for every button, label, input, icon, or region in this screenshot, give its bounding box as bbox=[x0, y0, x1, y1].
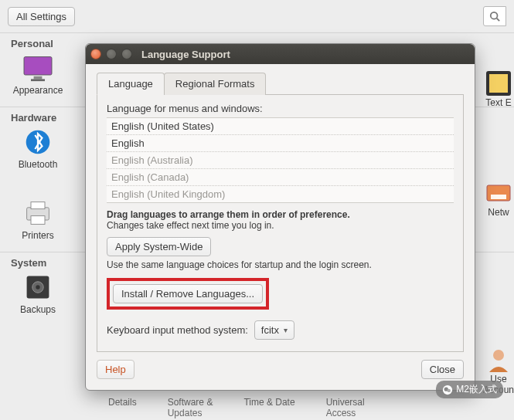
select-value: fcitx bbox=[261, 324, 279, 336]
search-input[interactable] bbox=[483, 6, 506, 26]
language-list-label: Language for menus and windows: bbox=[107, 103, 454, 114]
chevron-down-icon: ▾ bbox=[284, 326, 288, 334]
language-support-dialog: Language Support Language Regional Forma… bbox=[85, 43, 475, 391]
svg-rect-12 bbox=[31, 216, 45, 225]
bluetooth-icon bbox=[21, 128, 55, 156]
monitor-icon bbox=[21, 54, 55, 82]
svg-point-15 bbox=[36, 285, 39, 289]
list-item[interactable]: English (Canada) bbox=[107, 169, 454, 186]
list-item[interactable]: English (Australia) bbox=[107, 152, 454, 169]
close-button[interactable]: Close bbox=[421, 360, 464, 379]
list-item[interactable]: English (United States) bbox=[107, 118, 454, 135]
truncated-labels: Details Software &Updates Time & Date Un… bbox=[108, 397, 365, 418]
language-list[interactable]: English (United States) English English … bbox=[107, 117, 454, 203]
all-settings-button[interactable]: All Settings bbox=[8, 7, 75, 26]
minimize-icon[interactable] bbox=[106, 49, 117, 59]
install-highlight-box: Install / Remove Languages... bbox=[107, 278, 269, 310]
keyboard-method-label: Keyboard input method system: bbox=[107, 324, 248, 336]
watermark-badge: M2嵌入式 bbox=[436, 381, 503, 398]
svg-rect-3 bbox=[34, 76, 43, 80]
app-backups[interactable]: Backups bbox=[11, 273, 65, 315]
keyboard-method-select[interactable]: fcitx ▾ bbox=[254, 320, 294, 340]
svg-rect-6 bbox=[489, 74, 508, 93]
tab-regional-formats[interactable]: Regional Formats bbox=[164, 73, 267, 95]
app-label: Appearance bbox=[13, 85, 63, 96]
svg-line-1 bbox=[497, 19, 500, 22]
svg-point-0 bbox=[491, 12, 498, 19]
apply-hint: Use the same language choices for startu… bbox=[107, 259, 454, 270]
dialog-title: Language Support bbox=[141, 49, 230, 60]
app-label: Text E bbox=[485, 97, 511, 108]
svg-point-16 bbox=[493, 350, 504, 361]
app-label: Backups bbox=[20, 304, 56, 315]
network-icon[interactable] bbox=[485, 179, 512, 207]
svg-rect-11 bbox=[31, 202, 45, 209]
search-icon bbox=[489, 11, 500, 22]
list-item[interactable]: English bbox=[107, 135, 454, 152]
svg-point-19 bbox=[448, 388, 451, 391]
printer-icon bbox=[21, 199, 55, 227]
safe-icon bbox=[21, 273, 55, 301]
text-editor-icon[interactable] bbox=[485, 69, 512, 97]
svg-rect-2 bbox=[24, 57, 52, 75]
help-button[interactable]: Help bbox=[97, 360, 134, 379]
svg-rect-4 bbox=[31, 79, 45, 81]
dialog-titlebar[interactable]: Language Support bbox=[86, 44, 475, 64]
app-label: Netw bbox=[488, 207, 509, 218]
wechat-icon bbox=[442, 384, 453, 395]
app-printers[interactable]: Printers bbox=[11, 199, 65, 241]
drag-hint: Drag languages to arrange them in order … bbox=[107, 209, 454, 231]
tab-language[interactable]: Language bbox=[97, 73, 165, 95]
app-bluetooth[interactable]: Bluetooth bbox=[11, 128, 65, 170]
maximize-icon[interactable] bbox=[121, 49, 132, 59]
user-accounts-icon[interactable] bbox=[485, 346, 512, 374]
app-label: Printers bbox=[22, 230, 53, 241]
apply-system-wide-button[interactable]: Apply System-Wide bbox=[107, 237, 211, 256]
app-appearance[interactable]: Appearance bbox=[11, 54, 65, 96]
close-icon[interactable] bbox=[90, 49, 101, 59]
list-item[interactable]: English (United Kingdom) bbox=[107, 186, 454, 202]
install-remove-languages-button[interactable]: Install / Remove Languages... bbox=[113, 284, 263, 303]
svg-rect-9 bbox=[491, 195, 506, 199]
app-label: Bluetooth bbox=[19, 159, 58, 170]
